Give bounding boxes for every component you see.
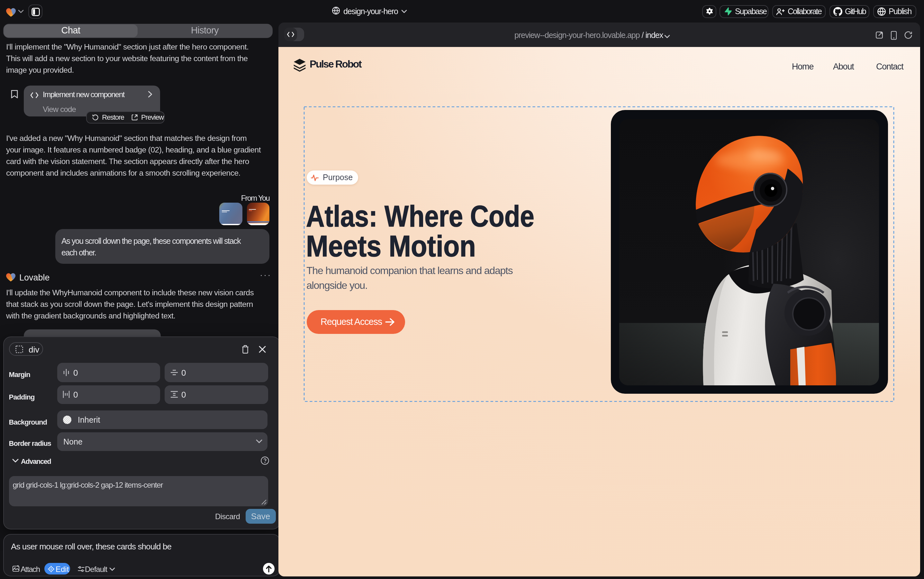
svg-text:Atlas: Where Code: Atlas: Where Code (306, 201, 534, 232)
svg-text:Meets Motion: Meets Motion (306, 230, 476, 262)
